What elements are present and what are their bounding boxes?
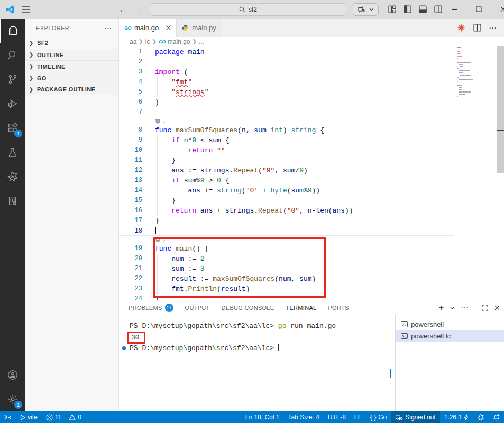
terminal-output[interactable]: PS D:\mysetup\gopath\src\sf2\aa\lc> go r… <box>119 315 395 411</box>
signed-out-status[interactable]: Signed out <box>391 411 439 423</box>
problems-status[interactable]: 11 0 <box>42 411 86 423</box>
code-line[interactable]: 1package main <box>119 47 454 57</box>
activity-run-debug[interactable] <box>0 91 25 116</box>
breadcrumb-item[interactable]: ... <box>199 38 204 45</box>
code-line[interactable]: 8func maxSumOfSquares(n, sum int) string… <box>119 125 454 135</box>
sidebar-item-sf2[interactable]: ❯ SF2 <box>25 37 118 49</box>
panel-scroll-indicator <box>390 369 391 378</box>
sidebar-item-outline[interactable]: ❯ OUTLINE <box>25 49 118 60</box>
chevron-down-icon[interactable] <box>450 307 454 309</box>
breadcrumb-item[interactable]: aa <box>130 38 136 45</box>
close-icon[interactable] <box>166 25 171 30</box>
scrollbar-thumb[interactable] <box>497 46 504 173</box>
activity-source-control[interactable] <box>0 67 25 91</box>
code-line[interactable]: 23 fmt.Println(result) <box>119 284 454 294</box>
run-code-icon[interactable] <box>456 23 466 33</box>
code-editor[interactable]: 1package main23import (4 "fmt"5 "strings… <box>119 46 504 300</box>
code-line[interactable]: 6) <box>119 97 454 107</box>
tab-main-py[interactable]: main.py <box>177 19 222 37</box>
toggle-panel-icon[interactable] <box>419 5 427 13</box>
terminal-item-powershell[interactable]: powershell <box>396 318 504 330</box>
language-mode[interactable]: { } Go <box>366 411 391 423</box>
maximize-panel-icon[interactable] <box>482 305 488 311</box>
menu-icon[interactable] <box>22 6 30 13</box>
breadcrumb-item[interactable]: lc <box>145 38 150 45</box>
tab-output[interactable]: OUTPUT <box>185 300 210 315</box>
code-line[interactable]: 16 return ans + strings.Repeat("0", n-le… <box>119 206 454 216</box>
code-line[interactable]: 13 if sum%9 > 0 { <box>119 176 454 186</box>
tab-main-go[interactable]: GO main.go <box>119 19 177 37</box>
copilot-button[interactable] <box>353 3 379 16</box>
tab-terminal[interactable]: TERMINAL <box>286 300 316 315</box>
encoding[interactable]: UTF-8 <box>324 411 350 423</box>
codelens-run[interactable]: ⌄ <box>119 117 454 125</box>
extension-status[interactable] <box>473 411 489 423</box>
code-line[interactable]: 20 num := 2 <box>119 254 454 264</box>
run-task-button[interactable]: vite <box>16 411 42 423</box>
editor-scrollbar[interactable] <box>497 46 504 300</box>
close-button[interactable] <box>491 0 504 19</box>
activity-extensions[interactable]: 1 <box>0 116 25 140</box>
breadcrumb[interactable]: aa ❯ lc ❯ GO main.go ❯ ... <box>119 37 504 46</box>
terminal-item-powershell-lc[interactable]: powershell lc <box>396 330 504 342</box>
code-line[interactable]: 11 } <box>119 155 454 165</box>
cursor-position[interactable]: Ln 18, Col 1 <box>241 411 284 423</box>
code-line[interactable]: 7 <box>119 107 454 117</box>
activity-search[interactable] <box>0 43 25 67</box>
code-line[interactable]: 18 <box>119 226 454 236</box>
remote-indicator[interactable] <box>0 411 16 423</box>
panel-tab-label: DEBUG CONSOLE <box>222 305 274 311</box>
code-line[interactable]: 9 if n*9 < sum { <box>119 135 454 145</box>
line-number: 3 <box>119 67 142 77</box>
code-line[interactable]: 22 result := maxSumOfSquares(num, sum) <box>119 274 454 284</box>
minimap[interactable] <box>457 47 496 98</box>
toggle-secondary-sidebar-icon[interactable] <box>434 5 442 13</box>
command-search-input[interactable]: sf2 <box>150 3 346 16</box>
code-line[interactable]: 3import ( <box>119 67 454 77</box>
more-actions-icon[interactable]: ⋯ <box>489 23 497 33</box>
new-terminal-icon[interactable]: + <box>439 303 444 312</box>
maximize-button[interactable] <box>466 0 491 19</box>
activity-tools[interactable] <box>0 189 25 213</box>
split-editor-icon[interactable] <box>473 24 481 32</box>
line-number: 1 <box>119 47 142 57</box>
tab-problems[interactable]: PROBLEMS 11 <box>129 300 173 315</box>
activity-testing[interactable] <box>0 140 25 164</box>
customize-layout-icon[interactable] <box>388 5 396 13</box>
accounts-button[interactable] <box>0 363 25 387</box>
sidebar-item-go[interactable]: ❯ GO <box>25 72 118 84</box>
tab-ports[interactable]: PORTS <box>328 300 349 315</box>
code-line[interactable]: 19func main() { <box>119 244 454 254</box>
nav-back-icon[interactable]: ← <box>119 5 127 14</box>
extension-version[interactable]: 1.26.1 <box>440 411 473 423</box>
code-line[interactable]: 17} <box>119 216 454 226</box>
remote-icon <box>4 414 12 420</box>
more-actions-icon[interactable]: ⋯ <box>461 303 469 312</box>
notifications-button[interactable] <box>489 411 504 423</box>
toggle-sidebar-icon[interactable] <box>404 5 411 13</box>
eol[interactable]: LF <box>350 411 366 423</box>
codelens-run[interactable]: ⌄ <box>119 236 454 244</box>
more-actions-icon[interactable]: ⋯ <box>105 24 112 32</box>
line-number: 13 <box>119 176 142 186</box>
activity-extension-knot[interactable] <box>0 164 25 189</box>
code-line[interactable]: 14 ans += string('0' + byte(sum%9)) <box>119 186 454 196</box>
code-line[interactable]: 4 "fmt" <box>119 77 454 87</box>
close-panel-icon[interactable] <box>494 305 500 310</box>
sidebar-item-package-outline[interactable]: ❯ PACKAGE OUTLINE <box>25 84 118 95</box>
code-line[interactable]: 10 return "" <box>119 145 454 155</box>
code-line[interactable]: 24} <box>119 294 454 300</box>
sidebar-item-timeline[interactable]: ❯ TIMELINE <box>25 60 118 72</box>
code-line[interactable]: 2 <box>119 57 454 67</box>
tab-debug-console[interactable]: DEBUG CONSOLE <box>222 300 274 315</box>
code-line[interactable]: 21 sum := 3 <box>119 264 454 274</box>
code-line[interactable]: 12 ans := strings.Repeat("9", sum/9) <box>119 165 454 176</box>
code-line[interactable]: 15 } <box>119 196 454 206</box>
code-line[interactable]: 5 "strings" <box>119 87 454 97</box>
tab-size[interactable]: Tab Size: 4 <box>283 411 323 423</box>
nav-forward-icon[interactable]: → <box>134 5 142 14</box>
activity-explorer[interactable] <box>0 19 25 43</box>
breadcrumb-item[interactable]: main.go <box>168 38 190 45</box>
minimize-button[interactable] <box>442 0 466 19</box>
settings-button[interactable]: 1 <box>0 387 25 411</box>
